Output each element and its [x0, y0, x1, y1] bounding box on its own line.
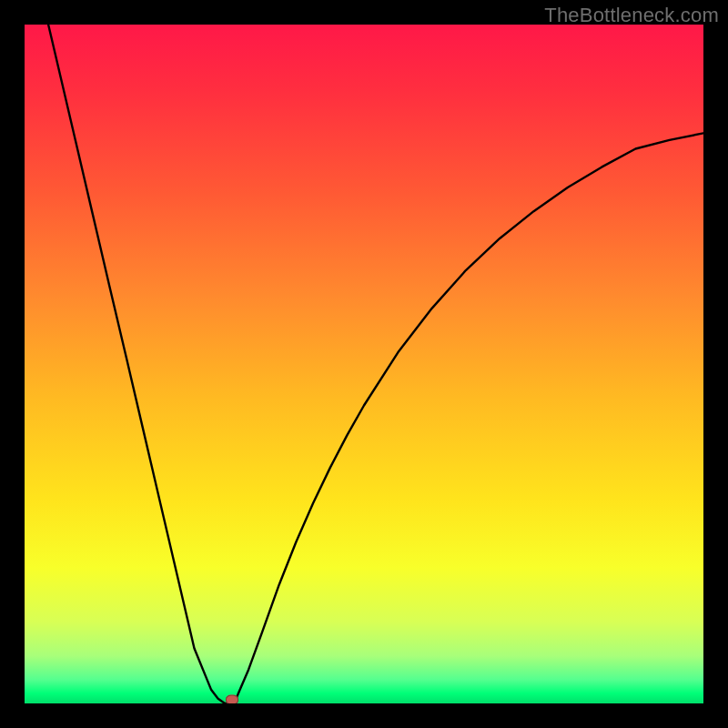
bottleneck-curve [25, 25, 703, 703]
watermark-label: TheBottleneck.com [544, 4, 719, 27]
minimum-marker [226, 695, 238, 703]
plot-area [25, 25, 703, 703]
chart-frame: TheBottleneck.com [0, 0, 728, 728]
